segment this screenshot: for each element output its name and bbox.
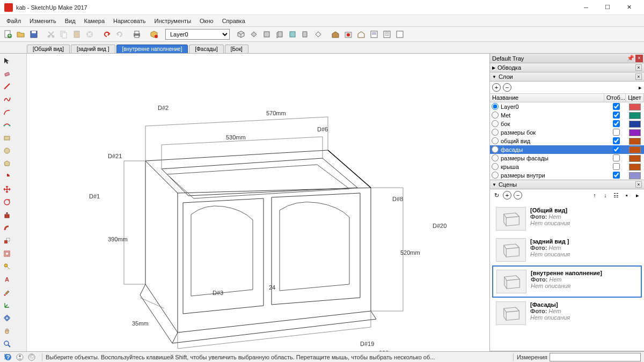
panel-header-layers[interactable]: ▼ Слои × (490, 72, 644, 82)
layer-color-swatch[interactable] (629, 138, 641, 145)
scene-refresh-icon[interactable]: ↻ (492, 191, 501, 200)
layer-active-radio[interactable] (492, 112, 499, 119)
print-icon[interactable] (131, 28, 143, 40)
scene-tab-4[interactable]: [Бок] (225, 45, 248, 53)
eraser-tool-icon[interactable] (1, 68, 13, 79)
credits-icon[interactable]: © (27, 353, 36, 361)
offset-tool-icon[interactable] (1, 248, 13, 260)
add-layer-button[interactable]: + (492, 83, 501, 92)
layer-visible-checkbox[interactable] (613, 154, 620, 161)
undo-icon[interactable] (101, 28, 113, 40)
scene-view-icon[interactable]: ☷ (612, 191, 620, 200)
scene-down-icon[interactable]: ↓ (601, 191, 610, 200)
panel-header-obvodka[interactable]: ▶ Обводка × (490, 63, 644, 72)
line-tool-icon[interactable] (1, 80, 13, 92)
layer-active-radio[interactable] (492, 146, 499, 153)
scene-details-icon[interactable]: ▪ (623, 191, 631, 200)
layer-color-swatch[interactable] (629, 121, 641, 128)
minimize-button[interactable]: ─ (575, 1, 597, 14)
layer-active-radio[interactable] (492, 120, 499, 127)
panel-close-icon[interactable]: × (635, 73, 642, 80)
tape-tool-icon[interactable] (1, 261, 13, 272)
layer-row[interactable]: размеры внутри (490, 171, 644, 180)
text-tool-icon[interactable]: A (1, 274, 13, 285)
scene-card[interactable]: [Фасады] Фото: Нет Нет описания (492, 298, 642, 329)
send-icon[interactable] (355, 28, 367, 40)
scene-tab-1[interactable]: [задний вид ] (71, 45, 115, 53)
bottom-icon[interactable] (312, 28, 324, 40)
back-icon[interactable] (287, 28, 298, 40)
orbit-tool-icon[interactable] (1, 312, 13, 324)
warehouse-icon[interactable] (330, 28, 341, 40)
layer-row[interactable]: Met (490, 111, 644, 120)
remove-layer-button[interactable]: − (503, 83, 511, 92)
zoom-tool-icon[interactable] (1, 338, 13, 350)
tray-title[interactable]: Default Tray 📌 × (490, 54, 644, 63)
scene-up-icon[interactable]: ↑ (590, 191, 599, 200)
scene-tab-0[interactable]: [Общий вид] (27, 45, 70, 53)
polygon-tool-icon[interactable] (1, 158, 13, 169)
layer-row[interactable]: бок (490, 120, 644, 128)
scene-tab-3[interactable]: [Фасады] (189, 45, 223, 53)
top-icon[interactable] (248, 28, 260, 40)
close-button[interactable]: ✕ (618, 1, 640, 14)
panel-close-icon[interactable]: × (635, 181, 642, 188)
layer-visible-checkbox[interactable] (613, 103, 620, 110)
maximize-button[interactable]: ☐ (597, 1, 618, 14)
pushpull-tool-icon[interactable] (1, 209, 13, 221)
viewport[interactable]: D#2 570mm 530mm D#6 D#21 D#1 390mm D#3 2… (27, 54, 489, 351)
menu-edit[interactable]: Изменить (25, 16, 61, 26)
paint-tool-icon[interactable] (1, 286, 13, 298)
scene-card[interactable]: [внутренне наполнение] Фото: Нет Нет опи… (492, 265, 642, 298)
layers-menu-icon[interactable]: ▸ (639, 84, 642, 91)
rect-tool-icon[interactable] (1, 132, 13, 144)
iso-icon[interactable] (235, 28, 247, 40)
right-icon[interactable] (274, 28, 286, 40)
model-info-icon[interactable] (148, 28, 160, 40)
layer-active-radio[interactable] (492, 129, 499, 136)
menu-tools[interactable]: Инструменты (150, 16, 195, 26)
layer-color-swatch[interactable] (629, 164, 641, 171)
menu-camera[interactable]: Камера (80, 16, 109, 26)
layer-visible-checkbox[interactable] (613, 172, 620, 179)
front-icon[interactable] (261, 28, 273, 40)
panel-close-icon[interactable]: × (635, 64, 642, 71)
pin-icon[interactable]: 📌 (627, 55, 634, 62)
scene-menu-icon[interactable]: ▸ (633, 191, 642, 200)
layer-visible-checkbox[interactable] (613, 137, 620, 144)
layer-row[interactable]: фасады (490, 145, 644, 154)
scene-tab-2[interactable]: [внутренне наполнение] (116, 45, 188, 53)
menu-file[interactable]: Файл (2, 16, 25, 26)
layer-active-radio[interactable] (492, 163, 499, 170)
arc-tool-icon[interactable] (1, 106, 13, 118)
open-icon[interactable] (15, 28, 27, 40)
layer-color-swatch[interactable] (629, 129, 641, 136)
paste-icon[interactable] (71, 28, 83, 40)
move-tool-icon[interactable] (1, 183, 13, 195)
help-icon[interactable]: ? (3, 353, 13, 361)
geo-icon[interactable] (15, 353, 25, 361)
layer-row[interactable]: размеры фасады (490, 154, 644, 162)
layer-color-swatch[interactable] (629, 155, 641, 162)
layer-color-swatch[interactable] (629, 146, 641, 153)
layer-color-swatch[interactable] (629, 112, 641, 119)
scene-remove-button[interactable]: − (514, 191, 522, 200)
layer-visible-checkbox[interactable] (613, 120, 620, 127)
pie-tool-icon[interactable] (1, 171, 13, 182)
layer-row[interactable]: размеры бок (490, 128, 644, 137)
menu-view[interactable]: Вид (61, 16, 80, 26)
cut-icon[interactable] (45, 28, 57, 40)
layer-active-radio[interactable] (492, 172, 499, 179)
layer-selector[interactable]: Layer0 (165, 29, 230, 40)
layer-color-swatch[interactable] (629, 104, 641, 110)
layer-visible-checkbox[interactable] (613, 146, 620, 153)
select-tool-icon[interactable] (1, 55, 13, 67)
styles-icon[interactable] (381, 28, 393, 40)
delete-icon[interactable] (84, 28, 96, 40)
arc2-tool-icon[interactable] (1, 119, 13, 131)
layer-visible-checkbox[interactable] (613, 112, 620, 119)
styles2-icon[interactable] (394, 28, 406, 40)
new-icon[interactable]: + (2, 28, 14, 40)
layer-active-radio[interactable] (492, 103, 499, 110)
layer-row[interactable]: общий вид (490, 137, 644, 145)
